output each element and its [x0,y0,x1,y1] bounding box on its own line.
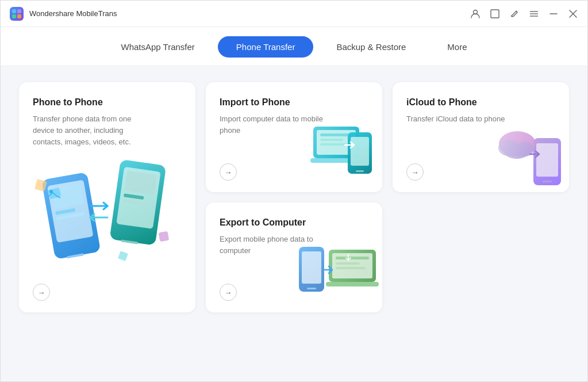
arrow-icloud[interactable]: → [406,163,424,181]
titlebar: Wondershare MobileTrans [1,1,587,27]
main-content: Phone to Phone Transfer phone data from … [1,66,587,381]
app-icon [10,7,24,21]
tab-more[interactable]: More [429,36,485,58]
svg-rect-54 [336,267,366,269]
svg-rect-33 [320,133,352,136]
svg-rect-0 [12,9,16,13]
tab-backup-restore[interactable]: Backup & Restore [318,36,424,58]
window-controls [470,9,578,19]
svg-rect-52 [336,257,369,259]
minimize-icon[interactable] [548,9,559,19]
svg-rect-22 [124,171,156,195]
svg-rect-27 [118,251,128,261]
app-name-label: Wondershare MobileTrans [29,9,117,18]
icloud-illustration [489,115,569,192]
svg-rect-34 [320,139,343,141]
titlebar-left: Wondershare MobileTrans [10,7,117,21]
arrow-phone-to-phone[interactable]: → [33,284,50,301]
edit-icon[interactable] [509,9,520,19]
svg-rect-40 [536,143,558,177]
arrow-export[interactable]: → [220,284,237,301]
square-icon[interactable] [490,9,500,19]
svg-rect-1 [17,9,21,13]
card-import-to-phone[interactable]: Import to Phone Import computer data to … [206,82,382,192]
svg-rect-53 [336,262,360,265]
profile-icon[interactable] [470,9,481,19]
import-illustration [299,115,382,192]
tab-whatsapp-transfer[interactable]: WhatsApp Transfer [102,36,213,58]
svg-rect-51 [326,282,379,286]
svg-rect-37 [351,137,369,166]
svg-rect-26 [158,231,169,242]
svg-rect-48 [307,288,316,289]
arrow-import[interactable]: → [220,163,237,181]
card-title-export: Export to Computer [220,217,368,228]
navbar: WhatsApp Transfer Phone Transfer Backup … [1,27,587,66]
cards-grid: Phone to Phone Transfer phone data from … [19,82,569,312]
svg-rect-3 [17,14,21,18]
svg-rect-41 [543,181,552,182]
svg-point-45 [504,144,529,159]
export-illustration [293,232,382,312]
close-icon[interactable] [568,9,578,19]
card-title-phone-to-phone: Phone to Phone [33,97,182,108]
card-export-to-computer[interactable]: Export to Computer Export mobile phone d… [206,203,382,312]
card-title-import: Import to Phone [220,97,368,108]
card-phone-to-phone[interactable]: Phone to Phone Transfer phone data from … [19,82,195,312]
card-title-icloud: iCloud to Phone [406,97,555,108]
svg-rect-38 [356,170,364,172]
tab-phone-transfer[interactable]: Phone Transfer [218,36,314,58]
card-icloud-to-phone[interactable]: iCloud to Phone Transfer iCloud data to … [393,82,569,192]
svg-rect-47 [302,251,321,284]
svg-rect-5 [491,10,499,18]
svg-rect-2 [12,14,16,18]
menu-icon[interactable] [529,9,539,19]
